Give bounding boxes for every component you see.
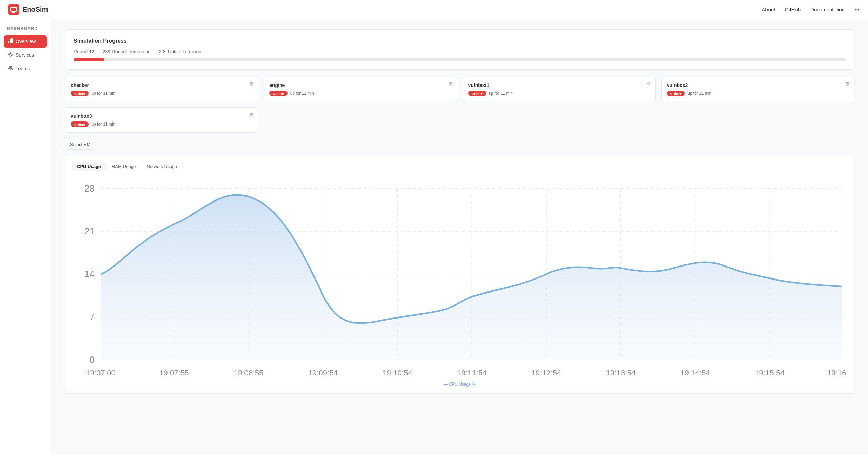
logo-icon [8, 4, 19, 15]
tab-ram-usage[interactable]: RAM Usage [107, 162, 141, 171]
chart-container: 28 21 14 7 0 [72, 176, 847, 387]
simulation-progress-card: Simulation Progress Round 12 289 Rounds … [65, 29, 854, 70]
nav-github[interactable]: GitHub [785, 6, 801, 12]
settings-icon[interactable]: ⚙ [854, 6, 860, 13]
sidebar-item-teams[interactable]: Teams [4, 63, 47, 75]
svg-text:19:10:54: 19:10:54 [383, 368, 412, 377]
sidebar-services-label: Services [16, 52, 34, 58]
sidebar-teams-label: Teams [16, 66, 30, 72]
sidebar-item-overview[interactable]: Overview [4, 35, 47, 48]
services-icon [8, 52, 13, 58]
service-vulnbox2-uptime: up for 11 min [687, 91, 711, 96]
nav-links: About GitHub Documentation ⚙ [762, 6, 860, 13]
svg-text:7: 7 [90, 312, 95, 322]
chart-legend: — CPU Usage % [72, 382, 847, 387]
svg-text:19:15:54: 19:15:54 [755, 368, 785, 377]
svg-rect-4 [10, 39, 11, 43]
svg-text:19:09:54: 19:09:54 [308, 368, 338, 377]
top-navigation: EnoSim About GitHub Documentation ⚙ [0, 0, 868, 19]
service-engine-uptime: up for 11 min [290, 91, 314, 96]
sim-round: Round 12 [74, 49, 94, 54]
svg-text:0: 0 [90, 355, 95, 365]
service-vulnbox1-badge: online [468, 91, 486, 96]
cpu-chart-card: CPU Usage RAM Usage Network Usage 28 21 … [65, 155, 854, 394]
simulation-title: Simulation Progress [74, 38, 846, 44]
service-vulnbox2-status: online up for 11 min [667, 91, 849, 96]
teams-icon [8, 65, 13, 72]
services-section: ⚙ checker online up for 11 min ⚙ engine … [65, 77, 854, 133]
service-vulnbox2-gear[interactable]: ⚙ [845, 81, 850, 87]
nav-documentation[interactable]: Documentation [810, 6, 845, 12]
service-vulnbox1-gear[interactable]: ⚙ [647, 81, 651, 87]
cpu-chart-svg: 28 21 14 7 0 [72, 176, 847, 380]
service-vulnbox2-badge: online [667, 91, 685, 96]
service-vulnbox3-name: vulnbox3 [71, 113, 252, 119]
svg-rect-0 [11, 7, 17, 11]
service-card-checker: ⚙ checker online up for 11 min [65, 77, 258, 102]
sidebar-overview-label: Overview [16, 39, 36, 44]
service-checker-badge: online [71, 91, 89, 96]
select-vm-button[interactable]: Select VM [65, 140, 95, 150]
service-checker-name: checker [71, 82, 252, 88]
svg-point-8 [10, 66, 12, 68]
sim-until-next: 20s Until next round [159, 49, 202, 54]
logo-text: EnoSim [23, 5, 48, 13]
sim-remaining: 289 Rounds remaining [103, 49, 151, 54]
svg-text:19:07:55: 19:07:55 [159, 368, 189, 377]
svg-rect-3 [8, 41, 9, 43]
main-content: Simulation Progress Round 12 289 Rounds … [51, 19, 868, 455]
service-checker-uptime: up for 11 min [91, 91, 115, 96]
svg-text:28: 28 [84, 183, 95, 194]
tab-network-usage[interactable]: Network Usage [142, 162, 182, 171]
progress-bar-background [74, 58, 846, 61]
svg-text:21: 21 [84, 226, 95, 236]
svg-rect-5 [11, 38, 13, 43]
service-engine-badge: online [269, 91, 287, 96]
service-vulnbox3-uptime: up for 11 min [91, 122, 115, 127]
svg-text:19:14:54: 19:14:54 [680, 368, 710, 377]
sidebar: Dashboard Overview Services [0, 19, 51, 455]
chart-legend-label: CPU Usage % [449, 382, 475, 387]
svg-point-7 [9, 66, 10, 68]
svg-text:19:16:55: 19:16:55 [827, 368, 847, 377]
service-checker-status: online up for 11 min [71, 91, 252, 96]
main-layout: Dashboard Overview Services [0, 19, 868, 455]
service-vulnbox3-status: online up for 11 min [71, 121, 252, 127]
service-vulnbox3-badge: online [71, 121, 89, 127]
simulation-meta: Round 12 289 Rounds remaining 20s Until … [74, 49, 846, 54]
service-vulnbox1-uptime: up for 11 min [489, 91, 513, 96]
service-engine-name: engine [269, 82, 451, 88]
svg-text:14: 14 [84, 269, 95, 279]
svg-text:19:08:55: 19:08:55 [234, 368, 264, 377]
service-engine-gear[interactable]: ⚙ [448, 81, 453, 87]
service-vulnbox1-status: online up for 11 min [468, 91, 650, 96]
service-checker-gear[interactable]: ⚙ [249, 81, 254, 87]
svg-point-6 [10, 54, 11, 55]
service-engine-status: online up for 11 min [269, 91, 451, 96]
service-card-engine: ⚙ engine online up for 11 min [264, 77, 457, 102]
chart-section: Select VM CPU Usage RAM Usage Network Us… [65, 140, 854, 394]
svg-text:19:07:00: 19:07:00 [86, 368, 116, 377]
services-grid-row1: ⚙ checker online up for 11 min ⚙ engine … [65, 77, 854, 102]
service-vulnbox1-name: vulnbox1 [468, 82, 650, 88]
sidebar-item-services[interactable]: Services [4, 49, 47, 61]
service-vulnbox3-gear[interactable]: ⚙ [249, 112, 254, 117]
nav-about[interactable]: About [762, 6, 775, 12]
service-card-vulnbox3: ⚙ vulnbox3 online up for 11 min [65, 107, 258, 133]
service-card-vulnbox2: ⚙ vulnbox2 online up for 11 min [661, 77, 854, 102]
tab-cpu-usage[interactable]: CPU Usage [72, 162, 106, 171]
svg-text:19:13:54: 19:13:54 [606, 368, 636, 377]
service-card-vulnbox1: ⚙ vulnbox1 online up for 11 min [463, 77, 656, 102]
progress-bar-fill [74, 58, 104, 61]
overview-icon [8, 38, 13, 45]
svg-text:19:12:54: 19:12:54 [532, 368, 561, 377]
sidebar-title: Dashboard [4, 26, 47, 31]
logo: EnoSim [8, 4, 48, 15]
services-grid-row2: ⚙ vulnbox3 online up for 11 min [65, 107, 854, 133]
chart-legend-line: — [444, 382, 449, 387]
chart-tabs: CPU Usage RAM Usage Network Usage [72, 162, 847, 171]
svg-text:19:11:54: 19:11:54 [457, 368, 487, 377]
service-vulnbox2-name: vulnbox2 [667, 82, 849, 88]
